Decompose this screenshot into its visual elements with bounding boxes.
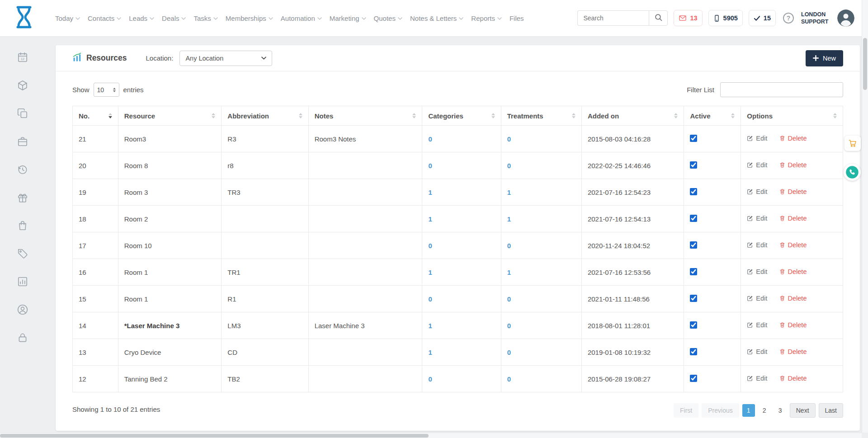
treatments-link[interactable]: 1 <box>507 188 511 196</box>
active-checkbox[interactable] <box>690 241 697 249</box>
edit-link[interactable]: Edit <box>747 215 767 222</box>
column-header-resource[interactable]: Resource <box>118 106 222 126</box>
column-header-active[interactable]: Active <box>684 106 741 126</box>
sidebar-item-briefcase[interactable] <box>17 136 28 147</box>
sidebar-item-package[interactable] <box>17 80 28 91</box>
active-checkbox[interactable] <box>690 295 697 302</box>
treatments-link[interactable]: 0 <box>507 375 511 383</box>
active-checkbox[interactable] <box>690 268 697 275</box>
user-menu[interactable]: LONDON SUPPORT <box>801 9 854 27</box>
categories-link[interactable]: 1 <box>428 268 432 276</box>
active-checkbox[interactable] <box>690 375 697 382</box>
sidebar-item-tag[interactable] <box>17 248 28 259</box>
topbar-badge-messages[interactable]: 13 <box>674 10 702 26</box>
nav-item-quotes[interactable]: Quotes <box>374 14 402 22</box>
sidebar-item-support[interactable] <box>17 304 28 316</box>
delete-link[interactable]: Delete <box>779 135 807 142</box>
nav-item-leads[interactable]: Leads <box>129 14 154 22</box>
sidebar-item-shopping-bag[interactable] <box>17 220 28 231</box>
edit-link[interactable]: Edit <box>747 348 767 355</box>
edit-link[interactable]: Edit <box>747 161 767 169</box>
delete-link[interactable]: Delete <box>779 268 807 275</box>
app-logo[interactable] <box>14 5 34 31</box>
treatments-link[interactable]: 1 <box>507 268 511 276</box>
nav-item-tasks[interactable]: Tasks <box>193 14 217 22</box>
sidebar-item-chart[interactable] <box>17 276 28 287</box>
categories-link[interactable]: 1 <box>428 215 432 223</box>
delete-link[interactable]: Delete <box>779 161 807 169</box>
edit-link[interactable]: Edit <box>747 321 767 329</box>
sidebar-item-copy[interactable] <box>17 108 28 119</box>
nav-item-reports[interactable]: Reports <box>471 14 502 22</box>
nav-item-automation[interactable]: Automation <box>281 14 322 22</box>
categories-link[interactable]: 0 <box>428 295 432 303</box>
categories-link[interactable]: 1 <box>428 322 432 330</box>
treatments-link[interactable]: 0 <box>507 295 511 303</box>
column-header-treatments[interactable]: Treatments <box>501 106 581 126</box>
column-header-abbreviation[interactable]: Abbreviation <box>222 106 308 126</box>
edit-link[interactable]: Edit <box>747 295 767 302</box>
topbar-badge-tasks[interactable]: 15 <box>749 10 776 26</box>
vertical-scrollbar-thumb[interactable] <box>863 38 867 90</box>
new-button[interactable]: New <box>806 50 843 66</box>
nav-item-deals[interactable]: Deals <box>162 14 186 22</box>
sidebar-item-calendar[interactable]: 12 <box>17 52 28 63</box>
edit-link[interactable]: Edit <box>747 135 767 142</box>
filter-input[interactable] <box>720 82 843 97</box>
search-button[interactable] <box>649 10 668 26</box>
column-header-categories[interactable]: Categories <box>422 106 501 126</box>
column-header-options[interactable]: Options <box>741 106 843 126</box>
last-page-button[interactable]: Last <box>819 403 843 418</box>
first-page-button[interactable]: First <box>674 403 698 418</box>
sidebar-item-lock[interactable] <box>17 332 28 344</box>
categories-link[interactable]: 1 <box>428 349 432 356</box>
column-header-notes[interactable]: Notes <box>308 106 422 126</box>
page-size-select[interactable]: 10 <box>94 83 119 97</box>
treatments-link[interactable]: 0 <box>507 349 511 356</box>
edit-link[interactable]: Edit <box>747 375 767 382</box>
treatments-link[interactable]: 0 <box>507 135 511 143</box>
treatments-link[interactable]: 0 <box>507 322 511 330</box>
delete-link[interactable]: Delete <box>779 188 807 195</box>
page-button-1[interactable]: 1 <box>742 404 755 417</box>
edit-link[interactable]: Edit <box>747 188 767 195</box>
categories-link[interactable]: 0 <box>428 135 432 143</box>
nav-item-today[interactable]: Today <box>55 14 80 22</box>
nav-item-memberships[interactable]: Memberships <box>226 14 273 22</box>
treatments-link[interactable]: 0 <box>507 242 511 250</box>
delete-link[interactable]: Delete <box>779 375 807 382</box>
column-header-no[interactable]: No. <box>73 106 118 126</box>
categories-link[interactable]: 1 <box>428 188 432 196</box>
topbar-badge-calls[interactable]: 5905 <box>708 10 743 26</box>
active-checkbox[interactable] <box>690 348 697 355</box>
search-input[interactable] <box>577 10 649 26</box>
location-select[interactable]: Any Location <box>179 51 272 66</box>
nav-item-contacts[interactable]: Contacts <box>88 14 121 22</box>
next-page-button[interactable]: Next <box>790 403 816 418</box>
cart-widget[interactable] <box>844 136 861 151</box>
active-checkbox[interactable] <box>690 135 697 142</box>
page-button-2[interactable]: 2 <box>758 404 771 417</box>
active-checkbox[interactable] <box>690 188 697 195</box>
treatments-link[interactable]: 0 <box>507 162 511 170</box>
phone-widget[interactable] <box>844 164 861 181</box>
categories-link[interactable]: 0 <box>428 375 432 383</box>
column-header-added-on[interactable]: Added on <box>581 106 684 126</box>
delete-link[interactable]: Delete <box>779 241 807 249</box>
delete-link[interactable]: Delete <box>779 215 807 222</box>
delete-link[interactable]: Delete <box>779 348 807 355</box>
edit-link[interactable]: Edit <box>747 241 767 249</box>
sidebar-item-gift[interactable] <box>17 192 28 203</box>
sidebar-item-history[interactable] <box>17 164 28 175</box>
delete-link[interactable]: Delete <box>779 295 807 302</box>
categories-link[interactable]: 0 <box>428 162 432 170</box>
active-checkbox[interactable] <box>690 215 697 222</box>
active-checkbox[interactable] <box>690 321 697 329</box>
previous-page-button[interactable]: Previous <box>702 403 739 418</box>
nav-item-marketing[interactable]: Marketing <box>330 14 366 22</box>
treatments-link[interactable]: 1 <box>507 215 511 223</box>
nav-item-notes-letters[interactable]: Notes & Letters <box>410 14 463 22</box>
delete-link[interactable]: Delete <box>779 321 807 329</box>
help-button[interactable]: ? <box>783 13 794 24</box>
categories-link[interactable]: 0 <box>428 242 432 250</box>
